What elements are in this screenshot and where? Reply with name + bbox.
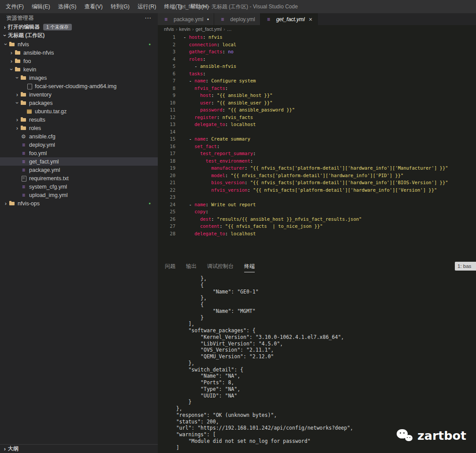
tree-item-ansible-nfvis[interactable]: ›ansible-nfvis [0, 48, 158, 57]
tree-item-get_fact.yml[interactable]: ≡get_fact.yml [0, 157, 158, 166]
menu-item[interactable]: 终端(T) [160, 0, 186, 13]
code-line[interactable]: 22 nfvis_version: "{{ nfvis_facts['platf… [158, 186, 476, 194]
code-line[interactable]: 20 model: "{{ nfvis_facts['platform-deta… [158, 172, 476, 179]
terminal-line: "LibVirt_Version": "4.5.0", [164, 341, 476, 347]
open-editors-section[interactable]: › 打开的编辑器 1 个未保存 [0, 23, 158, 31]
code-line[interactable]: 15 - name: Create summary [158, 135, 476, 143]
code-line[interactable]: 26 dest: "results/{{ ansible_host }}_nfv… [158, 215, 476, 223]
code-line[interactable]: 7 - name: Configure system [158, 77, 476, 85]
chevron-right-icon: › [8, 49, 15, 56]
code-editor[interactable]: 1- hosts: nfvis2 connection: local3 gath… [158, 33, 476, 260]
tree-item-packages[interactable]: ›packages [0, 99, 158, 107]
panel-tab-问题[interactable]: 问题 [165, 260, 175, 272]
line-number: 17 [158, 150, 175, 157]
code-line[interactable]: 16 set_fact: [158, 143, 476, 150]
code-line[interactable]: 21 bios_version: "{{ nfvis_facts['platfo… [158, 179, 476, 186]
menu-item[interactable]: 转到(G) [107, 0, 134, 13]
code-line[interactable]: 3 gather_facts: no [158, 48, 476, 56]
tree-item-focal-server-cloudimg-amd64.img[interactable]: focal-server-cloudimg-amd64.img [0, 82, 158, 90]
tree-item-kevin[interactable]: ›kevin [0, 65, 158, 74]
code-line[interactable]: 11 password: "{{ ansible_password }}" [158, 106, 476, 114]
tree-item-label: ansible-nfvis [23, 50, 54, 56]
tree-item-label: deploy.yml [29, 142, 55, 148]
chevron-down-icon: › [8, 67, 15, 73]
code-line[interactable]: 2 connection: local [158, 41, 476, 48]
tree-item-label: roles [29, 125, 41, 131]
code-line[interactable]: 27 content: "{{ nfvis_facts | to_nice_js… [158, 223, 476, 230]
breadcrumb-item[interactable]: nfvis [164, 26, 174, 32]
code-line[interactable]: 14 [158, 128, 476, 136]
tab-package.yml[interactable]: ≡package.yml● [158, 13, 214, 25]
code-line[interactable]: 25 copy: [158, 208, 476, 215]
tree-item-deploy.yml[interactable]: ≡deploy.yml [0, 141, 158, 149]
breadcrumb-item[interactable]: … [227, 26, 232, 32]
tree-item-results[interactable]: ›results [0, 115, 158, 124]
tree-item-label: ansible.cfg [29, 134, 56, 140]
tab-get_fact.yml[interactable]: ≡get_fact.yml× [260, 13, 318, 25]
menu-item[interactable]: 文件(F) [2, 0, 28, 13]
code-line[interactable]: 10 user: "{{ ansible_user }}" [158, 99, 476, 107]
code-line[interactable]: 12 register: nfvis_facts [158, 114, 476, 121]
tree-item-package.yml[interactable]: ≡package.yml [0, 166, 158, 174]
tree-item-ansible.cfg[interactable]: ⚙ansible.cfg [0, 132, 158, 141]
code-line[interactable]: 4 roles: [158, 56, 476, 63]
terminal-line: "Name": "MGMT" [164, 308, 476, 315]
terminal-selector[interactable]: 1: bas [455, 262, 476, 271]
folder-icon [20, 74, 27, 81]
tree-item-nfvis[interactable]: ›nfvis● [0, 40, 158, 48]
outline-section[interactable]: › 大纲 [0, 444, 158, 453]
chevron-down-icon: › [14, 100, 21, 106]
code-line[interactable]: 18 test_environment: [158, 157, 476, 165]
vscode-window: 文件(F)编辑(E)选择(S)查看(V)转到(G)运行(R)终端(T)帮助(H)… [0, 0, 476, 453]
tree-item-roles[interactable]: ›roles [0, 124, 158, 132]
tree-item-ubuntu.tar.gz[interactable]: ubuntu.tar.gz [0, 107, 158, 115]
tree-item-inventory[interactable]: ›inventory [0, 90, 158, 99]
code-line[interactable]: 28 delegate_to: localhost [158, 230, 476, 238]
line-number: 14 [158, 128, 175, 136]
code-line[interactable]: 9 host: "{{ ansible_host }}" [158, 92, 476, 99]
breadcrumb-item[interactable]: get_fact.yml [196, 26, 222, 32]
chevron-right-icon: › [14, 125, 20, 131]
code-line[interactable]: 8 nfvis_facts: [158, 85, 476, 92]
yaml-file-icon: ≡ [20, 150, 27, 156]
code-line[interactable]: 13 delegate_to: localhost [158, 121, 476, 128]
tree-item-upload_img.yml[interactable]: ≡upload_img.yml [0, 191, 158, 199]
breadcrumb: nfvis›kevin›get_fact.yml›… [158, 25, 476, 33]
line-number: 4 [158, 56, 175, 63]
code-line[interactable]: 1- hosts: nfvis [158, 33, 476, 41]
open-editors-label: 打开的编辑器 [8, 23, 40, 31]
tree-item-requirements.txt[interactable]: requirements.txt [0, 174, 158, 182]
code-line[interactable]: 5 - ansible-nfvis [158, 63, 476, 70]
terminal-output[interactable]: }, { "Name": "GE0-1" }, { "Name": "MGMT"… [158, 272, 476, 453]
tree-item-system_cfg.yml[interactable]: ≡system_cfg.yml [0, 182, 158, 191]
tree-item-foo[interactable]: ›foo [0, 57, 158, 65]
panel-tab-输出[interactable]: 输出 [186, 260, 197, 272]
tree-item-label: packages [29, 100, 53, 106]
tree-item-foo.yml[interactable]: ≡foo.yml [0, 149, 158, 157]
breadcrumb-item[interactable]: kevin [179, 26, 190, 32]
panel-tab-终端[interactable]: 终端 [244, 260, 255, 272]
more-actions-icon[interactable]: ⋯ [145, 14, 152, 22]
code-line[interactable]: 23 [158, 193, 476, 201]
menu-item[interactable]: 帮助(H) [186, 0, 212, 13]
menu-item[interactable]: 编辑(E) [28, 0, 54, 13]
menu-item[interactable]: 运行(R) [134, 0, 160, 13]
code-line[interactable]: 6 tasks: [158, 70, 476, 78]
menu-item[interactable]: 选择(S) [54, 0, 81, 13]
code-line[interactable]: 24 - name: Write out report [158, 201, 476, 208]
tab-deploy.yml[interactable]: ≡deploy.yml [214, 13, 260, 25]
tree-item-nfvis-ops[interactable]: ›nfvis-ops● [0, 199, 158, 208]
line-number: 11 [158, 106, 175, 114]
code-line[interactable]: 19 manufacturer: "{{ nfvis_facts['platfo… [158, 164, 476, 172]
folder-icon [9, 41, 15, 48]
modified-dot-icon: ● [207, 17, 209, 21]
code-line[interactable]: 17 test_report_summary: [158, 150, 476, 157]
menu-item[interactable]: 查看(V) [80, 0, 107, 13]
panel-tab-调试控制台[interactable]: 调试控制台 [207, 260, 234, 272]
close-icon[interactable]: × [309, 16, 312, 23]
workspace-section[interactable]: › 无标题 (工作区) [0, 31, 158, 40]
modified-indicator-dot: ● [149, 201, 151, 205]
tree-item-label: results [29, 117, 45, 123]
tree-item-images[interactable]: ›images [0, 74, 158, 82]
terminal-line: "software_packages": { [164, 327, 476, 334]
